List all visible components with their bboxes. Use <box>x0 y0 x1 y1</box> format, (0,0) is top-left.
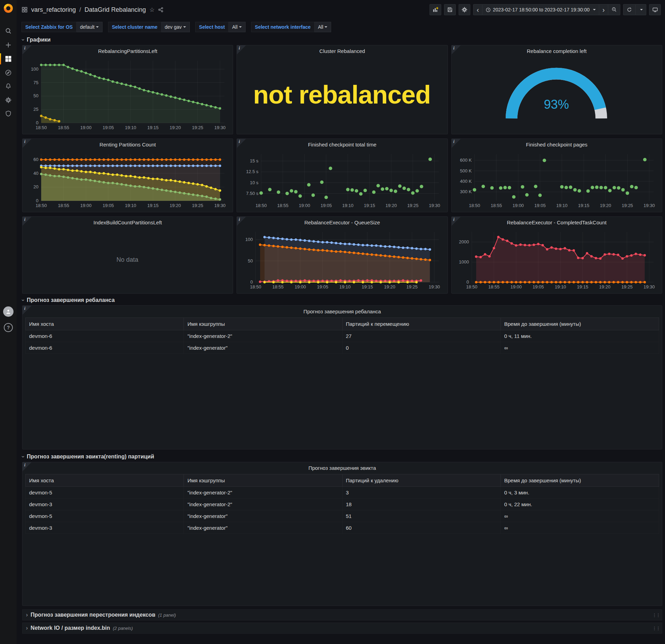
breadcrumb: vars_refactoring / DataGrid Rebalancing … <box>21 6 163 14</box>
help-icon[interactable]: ? <box>0 321 17 334</box>
panel-title[interactable]: IndexBuildCountPartitionsLeft <box>23 217 233 228</box>
variable-value-dropdown[interactable]: default <box>77 22 103 32</box>
panel-title[interactable]: Rebalance completion left <box>452 45 662 56</box>
panel-info-icon[interactable]: i <box>23 462 32 471</box>
section-header-graphs[interactable]: › Графики <box>22 35 662 45</box>
svg-text:0: 0 <box>466 279 469 285</box>
svg-text:19:30: 19:30 <box>644 203 655 208</box>
panel-title[interactable]: Прогноз завершения ребаланса <box>23 306 662 317</box>
variable-value-dropdown[interactable]: All <box>314 22 331 32</box>
user-avatar[interactable] <box>0 305 17 319</box>
chart-finished-checkpoint-pages[interactable]: 18:5018:5519:0019:0519:1019:1519:2019:25… <box>454 151 658 210</box>
panel-count: (2 panels) <box>113 626 133 631</box>
dashboards-grid-icon[interactable] <box>0 52 17 66</box>
section-header-index-rebuild-collapsed[interactable]: › Прогноз завершения перестроения индекс… <box>22 609 662 620</box>
add-icon[interactable] <box>0 38 17 52</box>
variable-value-dropdown[interactable]: dev gav <box>161 22 190 32</box>
panel-info-icon[interactable]: i <box>452 139 461 148</box>
cell-partitions: 0 <box>342 342 500 354</box>
column-header[interactable]: Партиций к удалению <box>342 474 500 487</box>
share-icon[interactable] <box>158 7 163 12</box>
svg-text:19:25: 19:25 <box>407 284 418 289</box>
sidebar: ? <box>0 0 17 644</box>
section-header-evict-forecast[interactable]: › Прогноз завершения эвикта(renting) пар… <box>22 451 662 462</box>
cell-cache-group: "index-generator" <box>184 342 342 354</box>
column-header[interactable]: Партиций к перемещению <box>342 318 500 330</box>
section-header-network-io-collapsed[interactable]: › Network IO / размер index.bin (2 panel… <box>22 623 662 634</box>
panel-title[interactable]: Renting Partitions Count <box>23 139 233 150</box>
time-back-icon[interactable]: ‹ <box>473 4 482 15</box>
column-header[interactable]: Имя хоста <box>26 474 184 487</box>
cell-host: devmon-3 <box>26 522 184 534</box>
variable-value-dropdown[interactable]: All <box>229 22 246 32</box>
cluster-rebalanced-status-text: not rebalanced <box>240 57 444 132</box>
time-forward-icon[interactable]: › <box>599 4 608 15</box>
table-row: devmon-6 "index-generator" 0 ∞ <box>26 342 659 354</box>
panel-title[interactable]: Finished checkpoint total time <box>237 139 447 150</box>
chart-renting-partitions-count[interactable]: 18:5018:5519:0019:0519:1019:1519:2019:25… <box>25 151 229 210</box>
star-icon[interactable]: ☆ <box>149 6 154 14</box>
column-header[interactable]: Имя кэшгруппы <box>184 318 342 330</box>
svg-text:19:05: 19:05 <box>317 284 329 289</box>
time-range-button[interactable]: 2023-02-17 18:50:00 to 2023-02-17 19:30:… <box>482 4 599 15</box>
column-header[interactable]: Имя кэшгруппы <box>184 474 342 487</box>
kiosk-monitor-icon[interactable] <box>649 4 661 15</box>
panel-title[interactable]: RebalanceExecutor - CompletedTaskCount <box>452 217 662 228</box>
add-panel-icon[interactable] <box>429 4 441 15</box>
configuration-gear-icon[interactable] <box>0 93 17 107</box>
svg-text:60: 60 <box>34 157 38 162</box>
chart-rebalance-executor-completed-task-count[interactable]: 18:5018:5519:0019:0519:1019:1519:2019:25… <box>454 229 658 291</box>
column-header[interactable]: Время до завершения (минуты) <box>500 318 659 330</box>
grafana-logo[interactable] <box>3 3 14 14</box>
panel-drag-handle[interactable]: ⋮⋮ <box>652 626 660 631</box>
explore-compass-icon[interactable] <box>0 66 17 80</box>
column-header[interactable]: Имя хоста <box>26 318 184 330</box>
panel-title[interactable]: Finished checkpoint pages <box>452 139 662 150</box>
refresh-icon[interactable] <box>623 4 636 15</box>
svg-text:19:25: 19:25 <box>621 284 633 289</box>
column-header[interactable]: Время до завершения (минуты) <box>500 474 659 487</box>
zoom-out-icon[interactable] <box>608 4 620 15</box>
refresh-interval-dropdown[interactable] <box>636 4 646 15</box>
panel-info-icon[interactable]: i <box>237 139 246 148</box>
chart-rebalancing-partitions-left[interactable]: 18:5018:5519:0019:0519:1019:1519:2019:25… <box>25 57 229 132</box>
cell-cache-group: "index-generator-2" <box>184 487 342 499</box>
panel-title[interactable]: RebalanceExecutor - QueueSize <box>237 217 447 228</box>
panel-info-icon[interactable]: i <box>23 139 32 148</box>
panel-info-icon[interactable]: i <box>23 217 32 226</box>
svg-text:40: 40 <box>34 171 38 176</box>
save-dashboard-icon[interactable] <box>444 4 456 15</box>
panel-info-icon[interactable]: i <box>237 45 246 54</box>
alerting-bell-icon[interactable] <box>0 79 17 93</box>
dashboards-grid-icon <box>21 7 28 13</box>
cell-partitions: 27 <box>342 330 500 342</box>
panel-title[interactable]: Прогноз завершения эвикта <box>23 462 662 473</box>
panel-renting-partitions-count: i Renting Partitions Count 18:5018:5519:… <box>22 138 233 212</box>
svg-text:600 K: 600 K <box>460 158 472 163</box>
search-icon[interactable] <box>0 24 17 38</box>
panel-title[interactable]: RebalancingPartitionsLeft <box>23 45 233 56</box>
chevron-down-icon <box>593 9 596 10</box>
breadcrumb-folder[interactable]: vars_refactoring <box>31 6 76 14</box>
svg-text:18:50: 18:50 <box>36 203 47 208</box>
panel-count: (1 panel) <box>158 612 176 618</box>
svg-text:20: 20 <box>34 184 38 189</box>
panel-drag-handle[interactable]: ⋮⋮ <box>652 612 660 618</box>
panel-info-icon[interactable]: i <box>23 306 32 315</box>
panel-info-icon[interactable]: i <box>237 217 246 226</box>
svg-text:19:25: 19:25 <box>407 203 419 208</box>
cell-host: devmon-5 <box>26 487 184 499</box>
panel-info-icon[interactable]: i <box>452 217 461 226</box>
panel-info-icon[interactable]: i <box>23 45 32 54</box>
cell-cache-group: "index-generator-2" <box>184 330 342 342</box>
server-admin-shield-icon[interactable] <box>0 107 17 120</box>
panel-info-icon[interactable]: i <box>452 45 461 54</box>
dashboard-settings-gear-icon[interactable] <box>459 4 470 15</box>
rebalance-forecast-table: Имя хоста Имя кэшгруппы Партиций к перем… <box>25 317 659 354</box>
chart-rebalance-executor-queue-size[interactable]: 18:5018:5519:0019:0519:1019:1519:2019:25… <box>240 229 444 291</box>
section-header-rebalance-forecast[interactable]: › Прогноз завершения ребаланса <box>22 295 662 305</box>
breadcrumb-dashboard-title[interactable]: DataGrid Rebalancing <box>85 6 146 14</box>
chart-finished-checkpoint-total-time[interactable]: 18:5018:5519:0019:0519:1019:1519:2019:25… <box>240 151 444 210</box>
panel-title[interactable]: Cluster Rebalanced <box>237 45 447 56</box>
panel-rebalance-forecast-table: i Прогноз завершения ребаланса Имя хоста… <box>22 305 662 449</box>
